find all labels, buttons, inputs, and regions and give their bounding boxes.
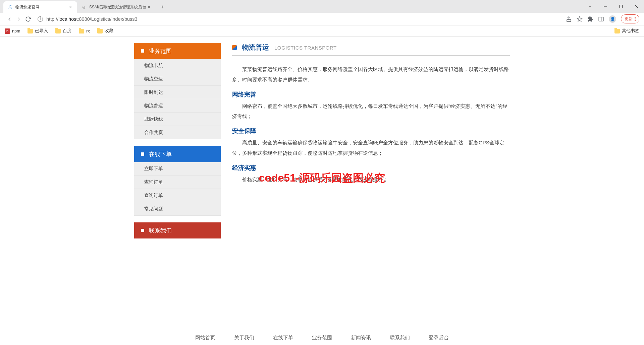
url-host: localhost xyxy=(58,16,77,22)
bookmark-rx[interactable]: rx xyxy=(79,29,90,33)
sidebar-header-label: 在线下单 xyxy=(149,150,172,158)
update-button[interactable]: 更新 xyxy=(621,14,639,23)
svg-rect-1 xyxy=(620,5,623,8)
other-bookmarks[interactable]: 其他书签 xyxy=(614,28,639,34)
sidebar-item[interactable]: 物流普运 xyxy=(134,99,221,113)
section-paragraph: 价格实惠，性价比高，为客户提供经济实用的零担专线运输服务； xyxy=(232,175,510,185)
title-marker-icon xyxy=(232,45,237,50)
folder-icon xyxy=(79,29,84,33)
sidebar-header-label: 业务范围 xyxy=(149,47,172,55)
bookmark-label: npm xyxy=(12,29,20,33)
footer-link[interactable]: 在线下单 xyxy=(273,335,293,341)
share-icon[interactable] xyxy=(566,16,572,22)
bookmark-collection[interactable]: 收藏 xyxy=(97,28,113,34)
page-viewport: 业务范围 物流卡航 物流空运 限时到达 物流普运 城际快线 合作共赢 在线下单 … xyxy=(0,37,644,345)
browser-tab-active[interactable]: 瓜 物流快递官网 × xyxy=(3,1,77,13)
bookmark-star-icon[interactable] xyxy=(577,16,583,22)
folder-icon xyxy=(28,29,33,33)
url-input[interactable]: i http://localhost:8080/Logistics/index/… xyxy=(38,14,562,24)
sidebar-header-label: 联系我们 xyxy=(149,227,172,234)
address-bar: i http://localhost:8080/Logistics/index/… xyxy=(0,13,644,25)
window-tab-bar: 瓜 物流快递官网 × ◎ SSM框架物流快递管理系统后台 × + xyxy=(0,0,644,13)
sidebar-item[interactable]: 查询订单 xyxy=(134,176,221,189)
back-button[interactable] xyxy=(5,14,14,24)
page-title-zh: 物流普运 xyxy=(242,43,269,52)
sidebar-item[interactable]: 立即下单 xyxy=(134,162,221,176)
url-port: :8080 xyxy=(78,16,90,22)
favicon-icon: ◎ xyxy=(81,4,87,10)
svg-rect-6 xyxy=(599,17,603,21)
sidebar-header-business: 业务范围 xyxy=(134,43,221,59)
bookmark-npm[interactable]: nnpm xyxy=(5,28,20,34)
section-heading: 安全保障 xyxy=(232,127,510,135)
url-path: /Logistics/index/buss3 xyxy=(90,16,138,22)
footer-link[interactable]: 网站首页 xyxy=(195,335,215,341)
footer-nav: 网站首页 关于我们 在线下单 业务范围 新闻资讯 联系我们 登录后台 xyxy=(0,335,644,341)
sidebar-item[interactable]: 查询订单 xyxy=(134,189,221,202)
bookmark-imported[interactable]: 已导入 xyxy=(28,28,48,34)
sidebar-item[interactable]: 物流卡航 xyxy=(134,59,221,72)
site-info-icon[interactable]: i xyxy=(38,16,46,22)
sidebar-item[interactable]: 物流空运 xyxy=(134,72,221,86)
main-content: 物流普运 LOGISTICS TRANSPORT 某某物流普运线路齐全、价格实惠… xyxy=(232,43,510,245)
bookmark-baidu[interactable]: 百度 xyxy=(55,28,71,34)
url-scheme: http:// xyxy=(46,16,58,22)
square-icon xyxy=(141,152,144,156)
svg-rect-4 xyxy=(567,19,571,21)
new-tab-button[interactable]: + xyxy=(158,2,167,12)
sidebar-item[interactable]: 合作共赢 xyxy=(134,126,221,139)
footer-link[interactable]: 登录后台 xyxy=(429,335,449,341)
sidebar-item[interactable]: 常见问题 xyxy=(134,202,221,216)
footer-link[interactable]: 联系我们 xyxy=(390,335,410,341)
folder-icon xyxy=(55,29,61,33)
close-window-icon[interactable] xyxy=(629,0,644,13)
npm-icon: n xyxy=(5,28,10,34)
bookmark-label: 已导入 xyxy=(35,28,48,34)
section-heading: 经济实惠 xyxy=(232,164,510,172)
sidebar-item[interactable]: 城际快线 xyxy=(134,113,221,126)
section-paragraph: 网络密布，覆盖全国绝大多数城市，运输线路持续优化，每日发车专线通达全国，为客户提… xyxy=(232,101,510,122)
chevron-down-icon[interactable] xyxy=(582,0,598,13)
bookmark-label: rx xyxy=(86,29,90,33)
sidebar-item[interactable]: 限时到达 xyxy=(134,86,221,99)
browser-tab[interactable]: ◎ SSM框架物流快递管理系统后台 × xyxy=(77,1,156,13)
square-icon xyxy=(141,229,144,232)
tab-title: 物流快递官网 xyxy=(15,4,68,10)
sidebar-header-order: 在线下单 xyxy=(134,146,221,162)
intro-paragraph: 某某物流普运线路齐全、价格实惠，服务网络覆盖全国各大区域。提供具有经济效益的陆运… xyxy=(232,64,510,85)
folder-icon xyxy=(97,29,103,33)
minimize-icon[interactable] xyxy=(598,0,613,13)
reload-button[interactable] xyxy=(23,14,33,24)
sidebar: 业务范围 物流卡航 物流空运 限时到达 物流普运 城际快线 合作共赢 在线下单 … xyxy=(134,43,221,245)
folder-icon xyxy=(614,29,620,33)
menu-dots-icon xyxy=(635,17,636,21)
tab-title: SSM框架物流快递管理系统后台 xyxy=(89,4,146,10)
forward-button[interactable] xyxy=(14,14,23,24)
bookmark-label: 百度 xyxy=(63,28,71,34)
maximize-icon[interactable] xyxy=(613,0,629,13)
page-title-en: LOGISTICS TRANSPORT xyxy=(274,45,337,51)
page-title-bar: 物流普运 LOGISTICS TRANSPORT xyxy=(232,43,510,56)
footer-link[interactable]: 业务范围 xyxy=(312,335,332,341)
sidebar-header-contact[interactable]: 联系我们 xyxy=(134,222,221,238)
favicon-icon: 瓜 xyxy=(7,4,13,10)
update-label: 更新 xyxy=(625,16,633,22)
article-body: 某某物流普运线路齐全、价格实惠，服务网络覆盖全国各大区域。提供具有经济效益的陆运… xyxy=(232,64,510,185)
bookmarks-bar: nnpm 已导入 百度 rx 收藏 其他书签 xyxy=(0,25,644,37)
profile-avatar[interactable]: 👤 xyxy=(609,15,616,23)
svg-marker-5 xyxy=(577,16,582,21)
square-icon xyxy=(141,49,144,53)
side-panel-icon[interactable] xyxy=(598,16,604,22)
bookmark-label: 收藏 xyxy=(105,28,113,34)
section-heading: 网络完善 xyxy=(232,90,510,98)
footer-link[interactable]: 关于我们 xyxy=(234,335,254,341)
footer-link[interactable]: 新闻资讯 xyxy=(351,335,371,341)
close-icon[interactable]: × xyxy=(146,4,152,10)
extensions-icon[interactable] xyxy=(587,16,593,22)
section-paragraph: 高质量、安全的车辆运输确保货物运输途中安全，安全查询账户全方位服务，助力您的货物… xyxy=(232,138,510,158)
window-controls xyxy=(582,0,644,13)
close-icon[interactable]: × xyxy=(68,4,73,10)
bookmark-label: 其他书签 xyxy=(622,28,639,34)
